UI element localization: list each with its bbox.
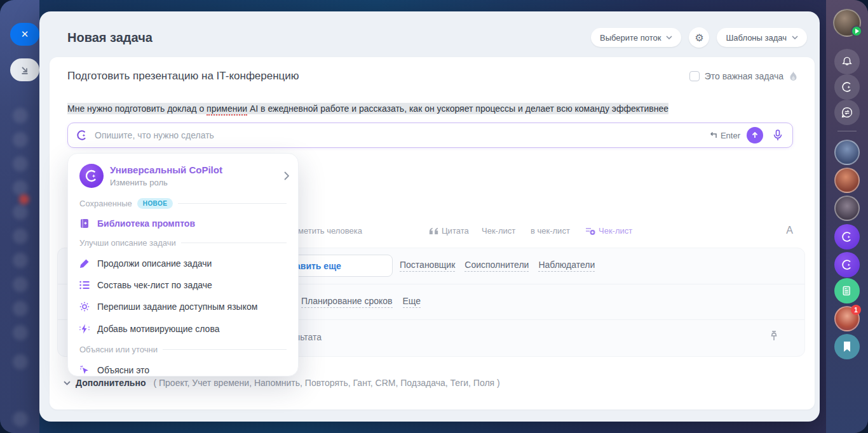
- pin-button[interactable]: [766, 329, 782, 344]
- result-report-label: льтата: [295, 332, 322, 342]
- copilot-menu: Универсальный CoPilot Изменить роль Сохр…: [67, 153, 299, 376]
- close-icon: ✕: [21, 29, 29, 40]
- divider: [163, 349, 287, 350]
- task-description-text[interactable]: Мне нужно подготовить доклад о примении …: [67, 102, 789, 116]
- task-title-input[interactable]: Подготовить презентацию на IT-конференци…: [67, 70, 299, 83]
- continue-description-item[interactable]: Продолжи описание задачи: [79, 258, 287, 269]
- copilot-icon: [840, 230, 854, 244]
- rail-icon: [13, 354, 28, 370]
- notifications-button[interactable]: [834, 49, 860, 74]
- right-sidebar: 1: [826, 0, 868, 433]
- misspelled-word: примении: [207, 103, 247, 116]
- change-role-label: Изменить роль: [110, 178, 278, 187]
- observers-link[interactable]: Наблюдатели: [538, 260, 595, 272]
- send-button[interactable]: [747, 127, 763, 143]
- important-task-toggle[interactable]: Это важная задача: [689, 71, 798, 82]
- ai-checklist-icon: [585, 227, 595, 236]
- enter-hint: Enter: [709, 131, 740, 140]
- rail-icon: [13, 180, 28, 196]
- messenger-button[interactable]: [834, 100, 860, 125]
- make-checklist-item[interactable]: Составь чек-лист по задаче: [79, 280, 287, 290]
- rail-icon: [13, 132, 28, 147]
- additional-options-list: ( Проект, Учет времени, Напомнить, Повто…: [153, 378, 499, 388]
- add-more-button[interactable]: авить еще: [292, 255, 393, 277]
- saved-section-header: Сохраненные НОВОЕ: [79, 198, 287, 209]
- copilot-role-header[interactable]: Универсальный CoPilot Изменить роль: [79, 164, 289, 188]
- collapse-button[interactable]: [10, 58, 39, 81]
- prompt-library-item[interactable]: Библиотека промптов: [79, 218, 287, 229]
- mic-button[interactable]: [770, 127, 786, 143]
- cursor-sparkle-icon: [79, 365, 90, 375]
- copilot-prompt-field[interactable]: Enter: [67, 123, 793, 148]
- enter-key-icon: [709, 131, 717, 139]
- contact-avatar[interactable]: [834, 168, 860, 193]
- copilot-icon: [840, 80, 854, 94]
- divider: [837, 131, 857, 131]
- rail-icon: [13, 204, 28, 220]
- divider: [181, 243, 287, 243]
- settings-gear-button[interactable]: ⚙: [689, 27, 709, 48]
- copilot-role-title: Универсальный CoPilot: [110, 164, 222, 175]
- new-badge: НОВОЕ: [137, 198, 173, 209]
- more-link[interactable]: Еще: [403, 296, 421, 308]
- rail-icon: [13, 277, 28, 292]
- chevron-right-icon: [284, 171, 289, 180]
- task-templates-button[interactable]: Шаблоны задач: [717, 28, 807, 47]
- schedule-planning-link[interactable]: Планирование сроков: [301, 296, 393, 308]
- user-avatar[interactable]: [833, 9, 861, 37]
- co-executors-link[interactable]: Соисполнители: [465, 260, 529, 272]
- pin-icon: [769, 330, 779, 342]
- copilot-prompt-input[interactable]: [95, 130, 702, 140]
- saved-bookmarks-button[interactable]: [834, 334, 860, 359]
- additional-section: Дополнительно ( Проект, Учет времени, На…: [64, 378, 500, 388]
- rail-icon: [13, 301, 28, 316]
- status-play-badge: [851, 25, 862, 37]
- unread-count-badge: 1: [851, 305, 861, 315]
- font-size-toggle[interactable]: A: [786, 225, 793, 236]
- rail-icon: [13, 156, 28, 171]
- gear-icon: ⚙: [695, 32, 703, 44]
- header-actions: Выберите поток ⚙ Шаблоны задач: [591, 27, 807, 48]
- quote-button[interactable]: Цитата: [429, 226, 469, 236]
- copilot-icon: [840, 258, 854, 272]
- mention-person-button[interactable]: тметить человека: [294, 226, 362, 236]
- improve-section-header: Улучши описание задачи: [79, 238, 287, 248]
- ai-checklist-button[interactable]: Чек-лист: [585, 226, 632, 236]
- rail-icon: [13, 325, 28, 340]
- checklist-button[interactable]: Чек-лист: [482, 226, 515, 236]
- close-button[interactable]: ✕: [10, 23, 39, 46]
- news-channel-button[interactable]: [834, 278, 860, 303]
- originator-link[interactable]: Постановщик: [400, 260, 455, 272]
- microphone-icon: [773, 130, 782, 141]
- copilot-icon: [76, 129, 88, 142]
- collapse-icon: [20, 65, 30, 75]
- copilot-chat-button[interactable]: [834, 224, 860, 250]
- contact-avatar[interactable]: [834, 196, 860, 221]
- bot-avatar[interactable]: 1: [834, 306, 860, 331]
- contact-avatar[interactable]: [834, 140, 860, 165]
- left-sidebar: ✕: [0, 0, 39, 433]
- arrow-up-icon: [751, 131, 759, 139]
- copilot-rail-button[interactable]: [834, 74, 860, 100]
- new-task-window: Новая задача Выберите поток ⚙ Шаблоны за…: [39, 11, 820, 422]
- book-icon: [79, 218, 90, 229]
- important-checkbox[interactable]: [689, 71, 700, 81]
- rail-icon: [13, 229, 28, 244]
- rewrite-simple-item[interactable]: Перепиши задание доступным языком: [79, 302, 287, 312]
- explain-this-item[interactable]: Объясни это: [79, 365, 287, 375]
- add-motivation-item[interactable]: Добавь мотивирующие слова: [79, 324, 287, 334]
- copilot-avatar: [79, 164, 104, 188]
- copilot-chat-button[interactable]: [834, 252, 860, 277]
- rail-icon: [13, 253, 28, 268]
- app-screen: ✕ Новая задача Выберите поток ⚙ Шаблоны …: [0, 0, 868, 433]
- explain-section-header: Объясни или уточни: [79, 345, 287, 354]
- chevron-down-icon: [666, 36, 672, 39]
- to-checklist-button[interactable]: в чек-лист: [531, 226, 570, 236]
- bell-icon: [841, 55, 853, 68]
- chevron-down-icon: [64, 381, 71, 385]
- rail-icon: [13, 108, 28, 123]
- additional-toggle[interactable]: Дополнительно: [76, 378, 146, 388]
- select-stream-button[interactable]: Выберите поток: [591, 28, 681, 47]
- chevron-down-icon: [792, 36, 798, 39]
- quote-icon: [429, 227, 438, 235]
